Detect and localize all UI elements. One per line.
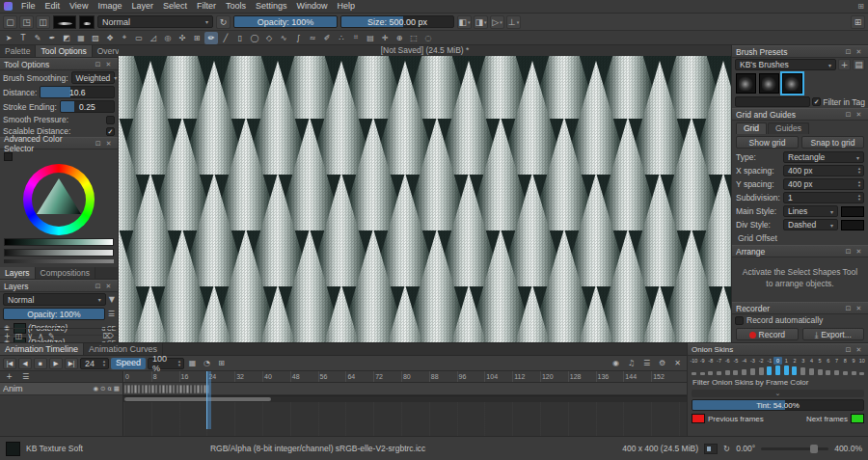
gradient-preview[interactable] [79, 15, 95, 29]
close-docker-icon[interactable]: ✕ [854, 248, 864, 256]
tool-freehand-path[interactable]: ≈ [306, 32, 319, 44]
float-docker-icon[interactable]: ⊡ [843, 346, 854, 354]
frame-actions-icon[interactable]: ⊞ [215, 359, 228, 367]
layer-blend-mode-combo[interactable]: Normal ▾ [3, 293, 106, 306]
ruler-frame-number[interactable]: 56 [318, 371, 346, 382]
layer-alpha-icon[interactable]: α [108, 385, 112, 392]
record-automatically-checkbox[interactable] [735, 316, 744, 325]
mirror-horizontal-icon[interactable]: ◧▾ [457, 15, 472, 29]
current-frame-spinbox[interactable]: 24 ▲▼ [80, 358, 109, 369]
close-icon[interactable]: ✕ [671, 359, 684, 367]
zoom-slider-knob[interactable] [810, 445, 818, 453]
timeline-layer-row[interactable]: Anim ◉⊙α▦ [0, 383, 122, 395]
keyframe-cell[interactable] [131, 385, 134, 393]
save-icon[interactable]: ◫ [36, 15, 50, 29]
open-image-icon[interactable]: ◳ [19, 15, 34, 29]
keyframe-cell[interactable] [149, 385, 151, 393]
keyframe-cell[interactable] [176, 385, 179, 393]
tab-animation-curves[interactable]: Animation Curves [84, 343, 163, 355]
export-button[interactable]: ⤓ Export... [802, 328, 865, 340]
next-frames-color-swatch[interactable] [851, 414, 864, 423]
onion-toggle-icon[interactable]: ◔ [201, 359, 213, 367]
tool-color-sampler[interactable]: ◎ [161, 32, 175, 44]
tab-animation-timeline[interactable]: Animation Timeline [0, 343, 84, 355]
onion-skin-column[interactable]: 1 [782, 357, 791, 376]
onion-skin-column[interactable]: -9 [698, 357, 707, 376]
arrange-header[interactable]: Arrange ⊡ ✕ [732, 245, 868, 257]
onion-skin-column[interactable]: 5 [816, 357, 825, 376]
brush-preset-1[interactable] [736, 73, 756, 94]
color-strip-value[interactable] [4, 238, 114, 246]
ruler-frame-number[interactable]: 144 [623, 371, 651, 382]
keyframe-cell[interactable] [127, 385, 130, 393]
active-layer-only-icon[interactable]: ◉ [610, 359, 622, 367]
menu-item[interactable]: Edit [41, 0, 66, 13]
onion-skins-header[interactable]: Onion Skins ⊡ ✕ [688, 343, 868, 356]
layer-properties-icon[interactable]: ▦ [114, 385, 120, 392]
menu-item[interactable]: Window [291, 0, 332, 13]
onion-skin-column[interactable]: 10 [857, 357, 866, 376]
tool-edit-shapes[interactable]: ✎ [31, 32, 44, 44]
close-docker-icon[interactable]: ✕ [103, 283, 114, 290]
ruler-frame-number[interactable]: 16 [179, 371, 207, 382]
timeline-track-area[interactable]: 0816243240485664728088961041121201281361… [123, 371, 687, 436]
main-style-color-swatch[interactable] [841, 206, 864, 217]
ruler-frame-number[interactable]: 32 [234, 371, 262, 382]
tool-bezier[interactable]: ∫ [291, 32, 305, 44]
onion-skin-column[interactable]: -3 [748, 357, 757, 376]
div-style-combo[interactable]: Dashed ▾ [783, 219, 838, 230]
keyframe-cell[interactable] [183, 385, 186, 393]
onion-skin-column[interactable]: -4 [740, 357, 748, 376]
onion-skin-column[interactable]: -1 [765, 357, 773, 376]
ruler-frame-number[interactable]: 64 [345, 371, 373, 382]
close-docker-icon[interactable]: ✕ [103, 61, 114, 68]
menu-icon[interactable]: ☰ [640, 359, 653, 367]
tool-line[interactable]: ╱ [219, 32, 232, 44]
tool-multibrush[interactable]: ∴ [335, 32, 348, 44]
spin-arrows[interactable]: ▲▼ [857, 180, 861, 188]
canvas-viewport[interactable] [119, 56, 731, 342]
ruler-frame-number[interactable]: 112 [512, 371, 540, 382]
filter-in-tag-checkbox[interactable]: ✓ [812, 97, 821, 106]
tool-dynamic-brush[interactable]: ✐ [320, 32, 334, 44]
keyframe-cell[interactable] [201, 385, 203, 393]
new-image-icon[interactable]: ▢ [3, 15, 17, 29]
blend-mode-combo[interactable]: Normal ▾ [97, 15, 213, 28]
reload-preset-icon[interactable]: ↻ [216, 15, 231, 29]
settings-gear-icon[interactable]: ⚙ [656, 359, 668, 367]
div-style-color-swatch[interactable] [841, 220, 864, 230]
tab-guides[interactable]: Guides [768, 122, 809, 134]
onion-skin-column[interactable]: -5 [732, 357, 741, 376]
main-style-combo[interactable]: Lines ▾ [783, 205, 838, 217]
preset-display-icon[interactable]: ▤ [853, 59, 865, 70]
layer-onion-icon[interactable]: ⊙ [100, 385, 105, 392]
close-docker-icon[interactable]: ✕ [103, 140, 114, 148]
brush-search-input[interactable] [735, 96, 810, 107]
tab-layers[interactable]: Layers [0, 267, 36, 279]
grid-guides-header[interactable]: Grid and Guides ⊡ ✕ [732, 108, 868, 121]
keyframe-cell[interactable] [169, 385, 172, 393]
delete-layer-button[interactable]: ⌦ [103, 332, 114, 340]
float-docker-icon[interactable]: ⊡ [93, 140, 103, 148]
ruler-frame-number[interactable]: 96 [457, 371, 485, 382]
close-docker-icon[interactable]: ✕ [854, 346, 864, 354]
tool-pattern[interactable]: ▨ [89, 32, 102, 44]
ruler-frame-number[interactable]: 72 [373, 371, 401, 382]
tool-polygon[interactable]: ◇ [262, 32, 276, 44]
timeline-layer-menu-icon[interactable]: ☰ [19, 372, 32, 381]
audio-icon[interactable]: ♫ [625, 359, 637, 367]
ruler-frame-number[interactable]: 104 [484, 371, 512, 382]
smooth-pressure-checkbox[interactable] [106, 116, 115, 124]
tool-transform[interactable]: ⌖ [118, 32, 131, 44]
prev-frame-button[interactable]: ◀ [18, 358, 32, 369]
brush-preset-3[interactable] [782, 73, 802, 94]
tab-grid[interactable]: Grid [736, 122, 767, 134]
tool-move[interactable]: ✥ [103, 32, 117, 44]
tool-pan[interactable]: ✛ [378, 32, 392, 44]
onion-skin-column[interactable]: -7 [715, 357, 723, 376]
mirror-vertical-icon[interactable]: ◨▾ [474, 15, 488, 29]
brush-preset-2[interactable] [759, 73, 779, 94]
float-docker-icon[interactable]: ⊡ [93, 283, 103, 290]
layer-visible-icon[interactable]: ◉ [93, 385, 98, 392]
opacity-slider[interactable]: Opacity: 100% [233, 15, 338, 28]
